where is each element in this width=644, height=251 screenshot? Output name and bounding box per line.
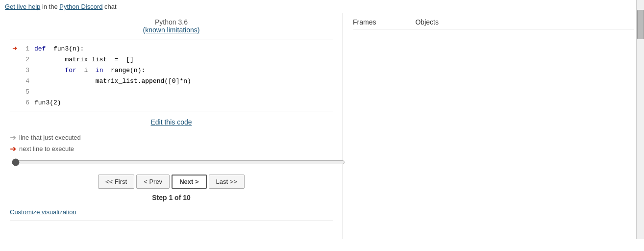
scrollbar-thumb[interactable] bbox=[637, 10, 644, 39]
legend-text-2: next line to execute bbox=[19, 145, 74, 152]
known-limitations-link[interactable]: (known limitations) bbox=[143, 26, 200, 34]
top-bar-text-suffix: chat bbox=[104, 3, 117, 10]
gray-arrow-icon: ➜ bbox=[10, 133, 16, 142]
next-button[interactable]: Next > bbox=[172, 175, 206, 189]
red-arrow-icon: ➜ bbox=[10, 144, 16, 153]
python-discord-link[interactable]: Python Discord bbox=[59, 3, 102, 10]
code-line-4: 4 matrix_list.append([0]*n) bbox=[10, 75, 333, 86]
code-line-2: 2 matrix_list = [] bbox=[10, 54, 333, 65]
top-bar-text-middle: in the bbox=[42, 3, 59, 10]
right-panel-header: Frames Objects bbox=[353, 18, 634, 29]
left-panel: Python 3.6 (known limitations) ➜ 1 def f… bbox=[0, 13, 343, 239]
line-num-6: 6 bbox=[20, 99, 29, 106]
edit-link-container: Edit this code bbox=[10, 118, 333, 126]
arrow-line-1: ➜ bbox=[10, 44, 20, 53]
code-line-3: 3 for i in range(n): bbox=[10, 65, 333, 75]
top-bar: Get live help in the Python Discord chat bbox=[0, 0, 644, 13]
python-version: Python 3.6 bbox=[10, 18, 333, 26]
legend-item-2: ➜ next line to execute bbox=[10, 144, 333, 153]
code-line-5: 5 bbox=[10, 86, 333, 97]
line-code-3: for i in range(n): bbox=[34, 67, 145, 74]
code-line-6: 6 fun3(2) bbox=[10, 97, 333, 108]
customize-visualization-link[interactable]: Customize visualization bbox=[10, 208, 76, 216]
line-num-4: 4 bbox=[20, 77, 29, 85]
line-code-6: fun3(2) bbox=[34, 99, 61, 106]
line-num-5: 5 bbox=[20, 88, 29, 96]
legend-item-1: ➜ line that just executed bbox=[10, 133, 333, 142]
bottom-divider bbox=[10, 221, 333, 221]
last-button[interactable]: Last >> bbox=[209, 175, 245, 189]
step-slider[interactable] bbox=[12, 158, 345, 166]
nav-buttons: << First < Prev Next > Last >> bbox=[10, 175, 333, 189]
edit-this-code-link[interactable]: Edit this code bbox=[150, 118, 192, 126]
python-header: Python 3.6 (known limitations) bbox=[10, 18, 333, 34]
line-code-1: def fun3(n): bbox=[34, 45, 84, 52]
line-num-3: 3 bbox=[20, 67, 29, 74]
legend: ➜ line that just executed ➜ next line to… bbox=[10, 133, 333, 153]
code-block: ➜ 1 def fun3(n): 2 matrix_list = [] 3 bbox=[10, 40, 333, 111]
live-help-link[interactable]: Get live help bbox=[5, 3, 40, 10]
legend-text-1: line that just executed bbox=[19, 134, 81, 141]
customize-link-container: Customize visualization bbox=[10, 208, 333, 216]
line-num-2: 2 bbox=[20, 56, 29, 63]
line-code-2: matrix_list = [] bbox=[34, 56, 134, 63]
right-panel: Frames Objects bbox=[343, 13, 644, 239]
slider-container bbox=[10, 158, 333, 168]
code-line-1: ➜ 1 def fun3(n): bbox=[10, 43, 333, 54]
frames-label: Frames bbox=[353, 18, 376, 26]
first-button[interactable]: << First bbox=[98, 175, 134, 189]
line-num-1: 1 bbox=[20, 45, 29, 52]
objects-label: Objects bbox=[415, 18, 438, 26]
line-code-4: matrix_list.append([0]*n) bbox=[34, 77, 191, 85]
prev-button[interactable]: < Prev bbox=[136, 175, 170, 189]
step-info: Step 1 of 10 bbox=[10, 194, 333, 201]
scrollbar[interactable] bbox=[636, 0, 644, 239]
